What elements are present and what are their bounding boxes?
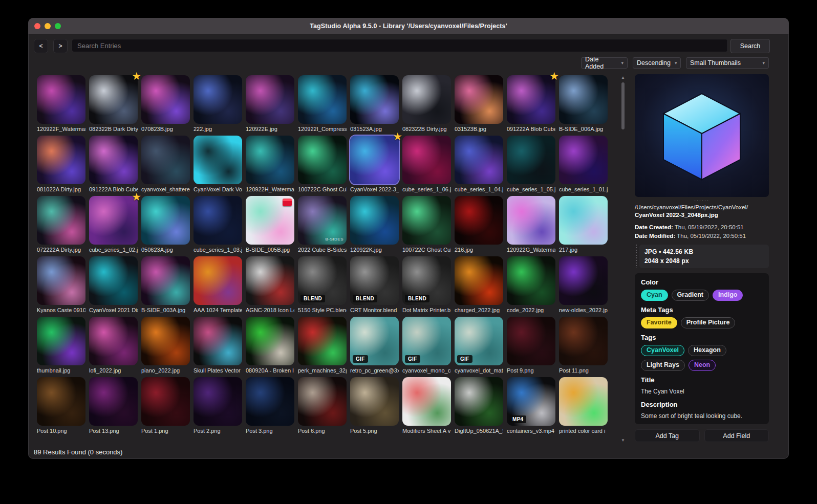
thumbnail-image[interactable] xyxy=(141,377,190,426)
grid-item[interactable]: Post 6.png xyxy=(298,377,347,434)
thumbnail-image[interactable] xyxy=(298,75,347,124)
thumbnail-image[interactable] xyxy=(298,377,347,426)
grid-item[interactable]: Post 2.png xyxy=(193,377,242,434)
thumbnail-image[interactable] xyxy=(507,196,555,245)
grid-item[interactable]: Post 10.png xyxy=(37,377,85,434)
thumbnail-image[interactable] xyxy=(37,377,85,426)
thumbnail-image[interactable]: GIF xyxy=(455,317,503,365)
grid-item[interactable]: GIFretro_pc_green@3x xyxy=(350,317,399,374)
thumbnail-image[interactable]: BLEND xyxy=(402,256,451,305)
thumbnail-image[interactable] xyxy=(193,377,242,426)
thumbnail-image[interactable] xyxy=(507,317,555,365)
thumbnail-image[interactable] xyxy=(141,196,190,245)
thumbnail-image[interactable]: GIF xyxy=(350,317,399,365)
grid-item[interactable]: Kyanos Caste 0910 xyxy=(37,256,85,313)
thumbnail-image[interactable] xyxy=(89,256,138,305)
thumbnail-image[interactable] xyxy=(455,256,503,305)
grid-item[interactable]: cube_series_1_03.j xyxy=(193,196,242,253)
thumbnail-image[interactable] xyxy=(455,75,503,124)
grid-item[interactable]: Post 5.png xyxy=(350,377,399,434)
grid-item[interactable]: BLEND5150 Style PC.blend xyxy=(298,256,347,313)
grid-item[interactable]: piano_2022.jpg xyxy=(141,317,190,374)
grid-item[interactable]: Post 9.png xyxy=(507,317,555,374)
thumbnail-image[interactable] xyxy=(246,196,294,245)
drag-handle-icon[interactable] xyxy=(635,245,637,268)
grid-item[interactable]: code_2022.jpg xyxy=(507,256,555,313)
grid-item[interactable]: ★082322B Dark Dirty xyxy=(89,75,138,132)
close-button[interactable] xyxy=(34,23,40,29)
thumbnail-image[interactable] xyxy=(37,256,85,305)
thumbnail-image[interactable] xyxy=(141,75,190,124)
thumbnail-image[interactable] xyxy=(37,196,85,245)
thumbnail-image[interactable]: MP4 xyxy=(507,377,555,426)
grid-item[interactable]: cube_series_1_06.j xyxy=(402,136,451,192)
grid-item[interactable]: 031523A.jpg xyxy=(350,75,399,132)
tag-pill[interactable]: Neon xyxy=(689,360,716,371)
grid-item[interactable]: 080920A - Broken I xyxy=(246,317,294,374)
thumbnail-image[interactable]: B-SIDES xyxy=(298,196,347,245)
grid-item[interactable]: 050623A.jpg xyxy=(141,196,190,253)
thumbnail-image[interactable] xyxy=(507,136,555,184)
grid-item[interactable]: 072222A Dirty.jpg xyxy=(37,196,85,253)
grid-item[interactable]: Post 11.png xyxy=(559,317,608,374)
grid-item[interactable]: BLENDCRT Monitor.blend xyxy=(350,256,399,313)
grid-item[interactable]: Post 1.png xyxy=(141,377,190,434)
tag-pill[interactable]: Cyan xyxy=(641,290,668,301)
grid-item[interactable]: 091222A Blob Cube xyxy=(89,136,138,192)
thumbnail-image[interactable] xyxy=(298,317,347,365)
thumbnail-image[interactable] xyxy=(193,75,242,124)
grid-item[interactable]: 216.jpg xyxy=(455,196,503,253)
grid-item[interactable]: Post 3.png xyxy=(246,377,294,434)
resize-handle[interactable]: ······ xyxy=(635,197,769,204)
thumbnail-image[interactable] xyxy=(350,196,399,245)
grid-item[interactable]: DigItUp_050621A_S xyxy=(455,377,503,434)
thumbnail-image[interactable]: ★ xyxy=(507,75,555,124)
back-button[interactable]: < xyxy=(34,39,48,53)
grid-item[interactable]: cube_series_1_01.jp xyxy=(559,136,608,192)
tag-pill[interactable]: Gradient xyxy=(672,290,709,301)
grid-item[interactable]: perk_machines_32p xyxy=(298,317,347,374)
thumbnail-image[interactable]: ★ xyxy=(89,196,138,245)
tag-pill[interactable]: Indigo xyxy=(713,290,743,301)
add-field-button[interactable]: Add Field xyxy=(704,429,769,442)
thumbnail-image[interactable] xyxy=(559,75,608,124)
grid-item[interactable]: B-SIDES2022 Cube B-Sides xyxy=(298,196,347,253)
thumbnail-image[interactable] xyxy=(141,256,190,305)
thumbnail-image[interactable] xyxy=(455,136,503,184)
thumbnail-image[interactable] xyxy=(246,377,294,426)
tag-pill[interactable]: Favorite xyxy=(641,317,677,328)
grid-scrollbar[interactable]: ▲ ▼ xyxy=(620,75,626,443)
thumbnail-image[interactable] xyxy=(89,136,138,184)
grid-item[interactable]: ★cube_series_1_02.j xyxy=(89,196,138,253)
thumbnail-image[interactable]: BLEND xyxy=(298,256,347,305)
thumbnail-image[interactable] xyxy=(350,377,399,426)
thumbnail-image[interactable] xyxy=(89,317,138,365)
thumbnail-image[interactable] xyxy=(37,136,85,184)
thumbnail-image[interactable] xyxy=(141,317,190,365)
sort-order-dropdown[interactable]: Descending ▾ xyxy=(633,57,681,69)
search-input[interactable] xyxy=(72,39,728,52)
thumbnail-image[interactable] xyxy=(246,75,294,124)
thumbnail-image[interactable] xyxy=(507,256,555,305)
grid-item[interactable]: BLENDDot Matrix Printer.b xyxy=(402,256,451,313)
grid-item[interactable]: 081022A Dirty.jpg xyxy=(37,136,85,192)
thumbnail-image[interactable] xyxy=(402,136,451,184)
thumbnail-image[interactable] xyxy=(141,136,190,184)
grid-item[interactable]: 120922F_Watermark xyxy=(37,75,85,132)
thumbnail-image[interactable] xyxy=(246,317,294,365)
thumbnail-image[interactable] xyxy=(402,377,451,426)
thumbnail-image[interactable] xyxy=(559,256,608,305)
thumbnail-image[interactable] xyxy=(89,377,138,426)
thumbnail-image[interactable] xyxy=(193,317,242,365)
grid-item[interactable]: Modifiers Sheet A v xyxy=(402,377,451,434)
tag-pill[interactable]: Light Rays xyxy=(641,360,685,371)
grid-item[interactable]: 031523B.jpg xyxy=(455,75,503,132)
grid-item[interactable]: 070823B.jpg xyxy=(141,75,190,132)
grid-item[interactable]: GIFcyanvoxel_mono_cr xyxy=(402,317,451,374)
scroll-up-icon[interactable]: ▲ xyxy=(620,75,626,80)
thumbnail-image[interactable] xyxy=(37,317,85,365)
tag-pill[interactable]: CyanVoxel xyxy=(641,345,684,356)
grid-item[interactable]: CyanVoxel 2021 Dis xyxy=(89,256,138,313)
thumbnail-size-dropdown[interactable]: Small Thumbnails ▾ xyxy=(686,57,769,69)
search-button[interactable]: Search xyxy=(730,39,770,53)
